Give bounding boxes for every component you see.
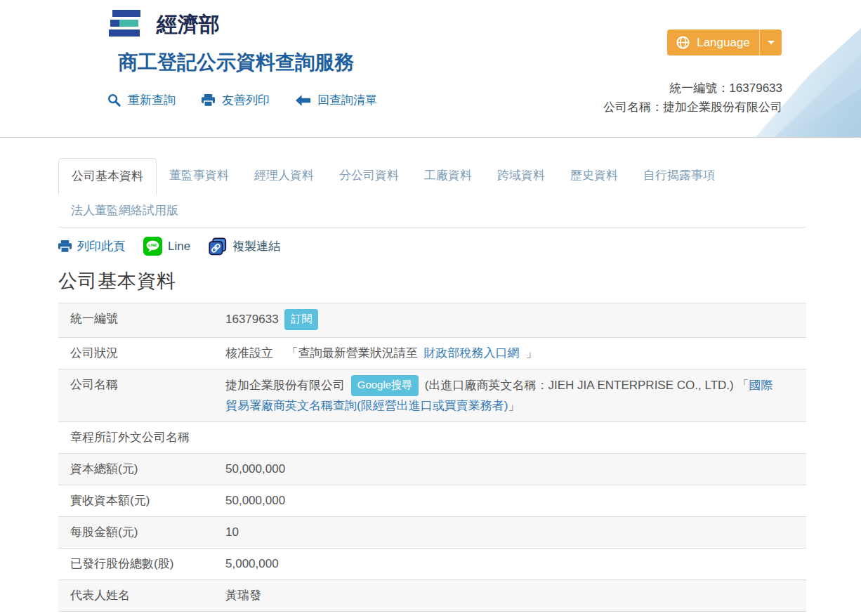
row-label: 代表人姓名	[58, 586, 225, 605]
header-toolbar: 重新查詢 友善列印 回查詢清單	[107, 92, 377, 108]
copy-link-button[interactable]: 複製連結	[209, 237, 280, 256]
arrow-left-icon	[296, 95, 310, 106]
company-id-text: 統一編號：16379633	[603, 79, 782, 98]
subscribe-badge[interactable]: 訂閱	[284, 309, 318, 330]
caret-down-icon	[768, 41, 775, 44]
company-name-text: 公司名稱：捷加企業股份有限公司	[603, 98, 782, 117]
tab-history[interactable]: 歷史資料	[558, 158, 631, 194]
tab-row-2: 法人董監網絡試用版	[58, 194, 806, 227]
back-to-list-button[interactable]: 回查詢清單	[296, 92, 377, 108]
search-icon	[107, 93, 121, 107]
unified-business-no: 16379633	[225, 313, 279, 326]
print-page-button[interactable]: 列印此頁	[58, 238, 125, 254]
moea-logo-icon	[109, 10, 143, 39]
company-status: 核准設立	[225, 346, 273, 360]
company-basic-info-table: 統一編號 16379633 訂閱 公司狀況 核准設立 「查詢最新營業狀況請至 財…	[58, 303, 806, 616]
row-label: 每股金額(元)	[58, 523, 225, 542]
row-company-address: 公司所在地 彰化縣秀水鄉民主街18號 電子地圖	[58, 612, 806, 616]
row-paid-in-capital: 實收資本額(元) 50,000,000	[58, 485, 806, 517]
printer-icon	[58, 240, 72, 253]
quote-close: 」	[508, 399, 520, 412]
row-label: 資本總額(元)	[58, 460, 225, 478]
language-dropdown-toggle[interactable]	[760, 30, 782, 55]
page-header: 經濟部 商工登記公示資料查詢服務 Language	[0, 0, 861, 138]
main-content: 公司基本資料 董監事資料 經理人資料 分公司資料 工廠資料 跨域資料 歷史資料 …	[58, 158, 806, 616]
print-page-label: 列印此頁	[77, 238, 125, 254]
status-note-suffix: 」	[525, 346, 537, 360]
copy-link-label: 複製連結	[232, 238, 280, 254]
friendly-print-label: 友善列印	[222, 92, 270, 108]
row-label: 已發行股份總數(股)	[58, 555, 225, 573]
line-share-button[interactable]: LINE Line	[143, 237, 190, 256]
row-price-per-share: 每股金額(元) 10	[58, 517, 806, 549]
tabs-divider	[58, 227, 806, 228]
copy-link-icon	[209, 237, 227, 256]
detail-tabs: 公司基本資料 董監事資料 經理人資料 分公司資料 工廠資料 跨域資料 歷史資料 …	[58, 158, 806, 228]
row-value	[225, 428, 806, 447]
line-share-label: Line	[168, 240, 190, 254]
row-value: 16379633 訂閱	[225, 310, 806, 331]
status-note-prefix: 「查詢最新營業狀況請至	[287, 346, 418, 360]
page-actions: 列印此頁 LINE Line	[58, 237, 806, 256]
globe-icon	[676, 36, 690, 49]
row-value: 捷加企業股份有限公司 Google搜尋 (出進口廠商英文名稱：JIEH JIA …	[225, 376, 806, 415]
row-label: 公司名稱	[58, 376, 225, 415]
service-title: 商工登記公示資料查詢服務	[118, 49, 354, 76]
english-name-note: (出進口廠商英文名稱：JIEH JIA ENTERPRISE CO., LTD.…	[425, 379, 734, 392]
moea-branding: 經濟部	[109, 10, 220, 39]
row-value: 50,000,000	[225, 460, 806, 478]
row-label: 實收資本額(元)	[58, 492, 225, 510]
row-label: 公司狀況	[58, 344, 225, 362]
tab-directors[interactable]: 董監事資料	[157, 158, 242, 194]
tab-managers[interactable]: 經理人資料	[242, 158, 327, 194]
quote-open: 「	[737, 379, 749, 392]
language-button-label: Language	[697, 36, 750, 50]
row-label: 統一編號	[58, 310, 225, 331]
row-company-status: 公司狀況 核准設立 「查詢最新營業狀況請至 財政部稅務入口網 」	[58, 338, 806, 369]
company-name: 捷加企業股份有限公司	[225, 379, 345, 392]
mof-tax-portal-link[interactable]: 財政部稅務入口網	[423, 346, 519, 360]
row-foreign-company-name: 章程所訂外文公司名稱	[58, 422, 806, 454]
language-button[interactable]: Language	[667, 30, 782, 55]
row-company-name: 公司名稱 捷加企業股份有限公司 Google搜尋 (出進口廠商英文名稱：JIEH…	[58, 369, 806, 422]
row-representative-name: 代表人姓名 黃瑞發	[58, 580, 806, 612]
row-unified-business-no: 統一編號 16379633 訂閱	[58, 303, 806, 338]
svg-text:LINE: LINE	[148, 243, 157, 247]
page-section-title: 公司基本資料	[58, 268, 806, 294]
row-capital-total: 資本總額(元) 50,000,000	[58, 454, 806, 485]
friendly-print-button[interactable]: 友善列印	[202, 92, 270, 108]
row-label: 章程所訂外文公司名稱	[58, 428, 225, 447]
google-search-badge[interactable]: Google搜尋	[351, 375, 419, 396]
tab-company-basic[interactable]: 公司基本資料	[58, 158, 157, 195]
queried-company-info: 統一編號：16379633 公司名稱：捷加企業股份有限公司	[603, 79, 782, 117]
printer-icon	[202, 94, 215, 107]
ministry-name: 經濟部	[157, 11, 220, 39]
row-value: 10	[225, 523, 806, 542]
tab-cross-domain[interactable]: 跨域資料	[485, 158, 558, 194]
row-value: 5,000,000	[225, 555, 806, 573]
row-value: 核准設立 「查詢最新營業狀況請至 財政部稅務入口網 」	[225, 344, 806, 362]
requery-button[interactable]: 重新查詢	[107, 92, 176, 108]
tab-row-1: 公司基本資料 董監事資料 經理人資料 分公司資料 工廠資料 跨域資料 歷史資料 …	[58, 158, 806, 194]
row-issued-shares: 已發行股份總數(股) 5,000,000	[58, 549, 806, 580]
tab-self-disclosure[interactable]: 自行揭露事項	[631, 158, 728, 194]
row-value: 50,000,000	[225, 492, 806, 510]
tab-corporate-director-network[interactable]: 法人董監網絡試用版	[58, 194, 191, 227]
tab-branches[interactable]: 分公司資料	[327, 158, 412, 194]
requery-label: 重新查詢	[128, 92, 176, 108]
back-to-list-label: 回查詢清單	[317, 92, 377, 108]
row-value: 黃瑞發	[225, 586, 806, 605]
tab-factory[interactable]: 工廠資料	[412, 158, 485, 194]
line-icon: LINE	[143, 237, 162, 256]
